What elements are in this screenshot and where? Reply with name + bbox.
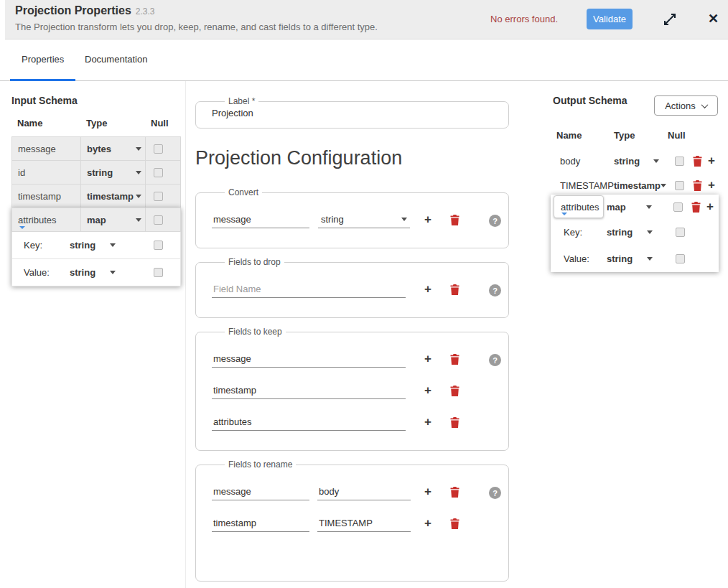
keep-field-input[interactable] — [212, 382, 406, 399]
label-input[interactable] — [206, 106, 498, 128]
field-type-dropdown[interactable]: string — [614, 156, 675, 167]
nullable-checkbox[interactable] — [676, 254, 685, 263]
nullable-checkbox[interactable] — [154, 168, 163, 177]
chevron-down-icon — [136, 171, 141, 174]
convert-section: Convert ? string + — [195, 187, 509, 248]
delete-row-icon[interactable] — [450, 518, 462, 529]
field-type-value: timestamp — [614, 180, 661, 191]
map-key-type-dropdown[interactable]: string — [70, 240, 110, 251]
tab-bar: Properties Documentation — [0, 39, 728, 81]
map-value-type-dropdown[interactable]: string — [70, 267, 110, 278]
chevron-down-icon — [110, 243, 116, 247]
column-header-null: Null — [145, 118, 181, 129]
rename-from-input[interactable] — [212, 483, 309, 500]
expand-icon[interactable] — [662, 11, 678, 27]
add-field-button[interactable]: + — [706, 154, 717, 168]
nullable-checkbox[interactable] — [154, 192, 163, 201]
convert-type-dropdown[interactable]: string — [318, 211, 410, 228]
nullable-checkbox[interactable] — [675, 157, 684, 166]
map-key-type-dropdown[interactable]: string — [607, 227, 647, 238]
add-row-button[interactable]: + — [421, 282, 435, 297]
field-type-value: map — [87, 215, 106, 225]
delete-row-icon[interactable] — [450, 354, 462, 365]
field-type-dropdown[interactable]: timestamp — [614, 180, 675, 191]
keep-row: + — [212, 348, 498, 370]
label-field-group: Label * — [195, 96, 509, 129]
chevron-down-icon — [136, 147, 141, 151]
output-schema-panel: Output Schema Actions NameTypeNull body … — [553, 81, 728, 588]
map-value-type-dropdown[interactable]: string — [607, 253, 647, 264]
tab-properties[interactable]: Properties — [10, 39, 75, 81]
add-row-button[interactable]: + — [421, 516, 435, 531]
nullable-checkbox[interactable] — [154, 241, 163, 250]
expand-caret-icon[interactable] — [19, 226, 25, 229]
output-schema-table: body string + TIMESTAMP timestamp — [553, 149, 728, 197]
chevron-down-icon — [647, 257, 653, 261]
field-name[interactable]: attributes — [554, 195, 604, 218]
field-type-dropdown[interactable]: timestamp — [81, 185, 146, 207]
rename-row: + — [212, 513, 498, 534]
delete-row-icon[interactable] — [450, 284, 462, 295]
add-field-button[interactable]: + — [706, 178, 717, 192]
table-row: message bytes — [11, 136, 181, 161]
keep-field-input[interactable] — [212, 350, 406, 368]
field-name[interactable]: id — [12, 161, 81, 184]
delete-row-icon[interactable] — [450, 386, 462, 396]
nullable-checkbox[interactable] — [154, 144, 163, 154]
keep-field-input[interactable] — [212, 414, 406, 431]
nullable-checkbox[interactable] — [154, 215, 163, 225]
field-name[interactable]: timestamp — [12, 185, 81, 207]
keep-row: + — [212, 380, 498, 401]
field-name[interactable]: attributes — [12, 208, 81, 231]
map-key-row: Key: string — [551, 219, 719, 246]
add-row-button[interactable]: + — [421, 415, 435, 429]
field-type-dropdown[interactable]: bytes — [81, 137, 146, 160]
drop-field-input[interactable] — [212, 281, 406, 298]
expand-caret-icon[interactable] — [561, 213, 567, 215]
rename-from-input[interactable] — [212, 515, 309, 532]
nullable-checkbox[interactable] — [675, 181, 684, 190]
add-row-button[interactable]: + — [421, 213, 435, 227]
add-row-button[interactable]: + — [421, 352, 435, 366]
map-key-row: Key: string — [11, 232, 181, 259]
convert-legend: Convert — [225, 187, 262, 197]
field-type-dropdown[interactable]: map — [81, 208, 146, 231]
actions-button[interactable]: Actions — [654, 95, 718, 116]
add-row-button[interactable]: + — [421, 485, 435, 499]
convert-field-input[interactable] — [212, 211, 309, 228]
add-field-button[interactable]: + — [705, 200, 715, 214]
rename-to-input[interactable] — [317, 515, 411, 532]
field-name[interactable]: message — [12, 137, 81, 160]
validate-button[interactable]: Validate — [587, 9, 633, 29]
field-name[interactable]: body — [553, 156, 614, 167]
nullable-checkbox[interactable] — [673, 202, 683, 212]
fields-to-drop-section: Fields to drop ? + — [195, 257, 509, 318]
delete-row-icon[interactable] — [450, 417, 462, 428]
column-header-type: Type — [80, 118, 145, 129]
field-type-value: string — [614, 156, 640, 167]
nullable-checkbox[interactable] — [676, 228, 685, 237]
delete-field-icon[interactable] — [693, 156, 702, 167]
field-name[interactable]: TIMESTAMP — [553, 180, 614, 191]
chevron-down-icon — [136, 195, 141, 198]
field-type-value: timestamp — [87, 191, 134, 202]
close-icon[interactable]: ✕ — [708, 11, 719, 27]
add-row-button[interactable]: + — [421, 383, 435, 398]
delete-row-icon[interactable] — [450, 487, 462, 498]
column-header-name: Name — [11, 118, 80, 129]
field-type-dropdown[interactable]: map — [607, 202, 668, 213]
field-type-value: map — [607, 202, 626, 213]
delete-row-icon[interactable] — [450, 215, 462, 225]
plugin-version: 2.3.3 — [136, 6, 155, 17]
dialog-header: Projection Properties2.3.3 The Projectio… — [5, 0, 728, 39]
chevron-down-icon — [136, 218, 141, 222]
field-name-text: attributes — [18, 215, 56, 225]
field-type-dropdown[interactable]: string — [81, 161, 146, 184]
delete-field-icon[interactable] — [691, 202, 701, 213]
table-row: body string + — [553, 149, 728, 173]
nullable-checkbox[interactable] — [154, 268, 163, 277]
rename-to-input[interactable] — [317, 483, 411, 500]
drop-row: + — [212, 279, 498, 300]
tab-documentation[interactable]: Documentation — [73, 39, 159, 81]
delete-field-icon[interactable] — [693, 180, 702, 191]
